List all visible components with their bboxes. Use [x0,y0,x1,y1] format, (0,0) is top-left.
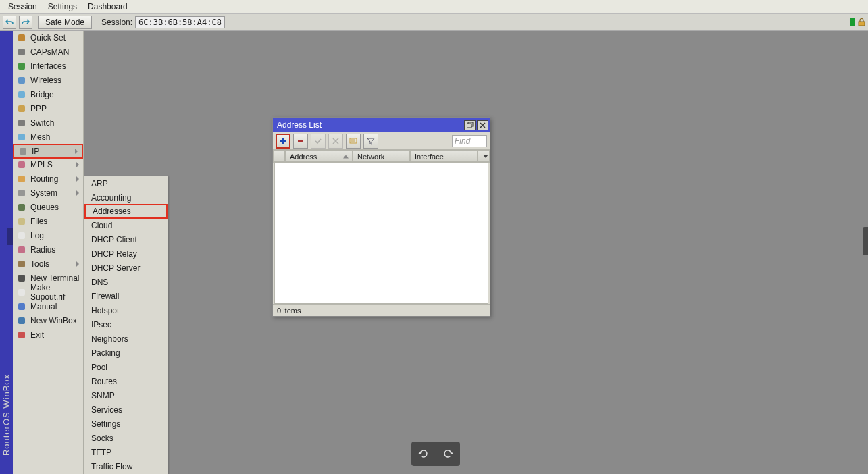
sidebar-item-routing[interactable]: Routing [13,172,83,186]
col-dropdown[interactable] [478,151,490,162]
svg-rect-14 [18,218,25,225]
address-list-window: Address List [272,117,490,317]
system-icon [17,188,26,198]
ip-submenu-socks[interactable]: Socks [84,431,168,445]
sidebar-item-exit[interactable]: Exit [13,328,83,342]
ip-submenu-pool[interactable]: Pool [84,360,168,374]
sidebar-item-make-supout[interactable]: Make Supout.rif [13,286,83,300]
table-header: Address Network Interface [273,151,490,163]
ip-submenu-snmp[interactable]: SNMP [84,388,168,402]
ip-submenu-dhcp-relay[interactable]: DHCP Relay [84,246,168,261]
rotate-ccw-icon[interactable] [417,448,430,460]
redo-button[interactable] [19,16,32,29]
sidebar-item-mesh[interactable]: Mesh [13,130,83,144]
col-network[interactable]: Network [353,151,410,162]
capsman-icon [17,47,26,57]
ip-submenu-ipsec[interactable]: IPsec [84,317,168,332]
menu-session[interactable]: Session [3,1,43,13]
ip-submenu-traffic-flow[interactable]: Traffic Flow [84,459,168,473]
remove-button[interactable] [293,134,308,149]
svg-rect-18 [18,275,25,282]
rotate-cw-icon[interactable] [442,448,454,460]
undo-button[interactable] [3,16,16,29]
col-interface[interactable]: Interface [410,151,478,162]
svg-rect-8 [18,134,25,140]
filter-button[interactable] [363,134,378,149]
ip-submenu-neighbors[interactable]: Neighbors [84,332,168,346]
sidebar-item-label: IP [32,147,39,156]
enable-button[interactable] [311,134,326,149]
sidebar-item-system[interactable]: System [13,186,83,201]
sidebar-item-log[interactable]: Log [13,229,83,243]
routing-icon [17,174,26,184]
sidebar-item-label: New Terminal [30,273,79,283]
safe-mode-button[interactable]: Safe Mode [38,16,92,29]
ip-submenu-addresses[interactable]: Addresses [84,204,168,219]
sidebar-item-ip[interactable]: IP [13,144,83,159]
sidebar-item-label: Log [30,231,44,240]
sidebar-item-quick-set[interactable]: Quick Set [13,31,83,45]
ip-submenu-dns[interactable]: DNS [84,275,168,289]
ppp-icon [17,104,26,113]
svg-rect-12 [18,190,25,196]
funnel-icon [367,137,375,145]
ip-submenu-routes[interactable]: Routes [84,374,168,388]
svg-rect-10 [18,161,25,168]
make-supout-icon [17,288,26,297]
col-flag[interactable] [273,151,285,162]
ip-submenu-cloud[interactable]: Cloud [84,218,168,232]
brand-text: RouterOS WinBox [1,374,11,456]
sidebar-item-tools[interactable]: Tools [13,257,83,271]
sidebar-item-interfaces[interactable]: Interfaces [13,59,83,74]
ip-submenu-dhcp-server[interactable]: DHCP Server [84,261,168,275]
svg-rect-0 [859,22,865,26]
svg-rect-19 [18,289,25,296]
status-text: 0 items [277,307,301,315]
find-input[interactable]: Find [452,135,487,147]
window-close-button[interactable] [477,120,488,130]
sidebar-item-label: Switch [30,118,54,128]
window-titlebar[interactable]: Address List [273,118,490,132]
svg-rect-5 [18,91,25,98]
add-button[interactable] [276,134,290,149]
window-restore-button[interactable] [464,120,476,130]
comment-button[interactable] [346,134,361,149]
sidebar-item-bridge[interactable]: Bridge [13,88,83,102]
files-icon [17,217,26,226]
toolbar-indicators [850,18,865,26]
sidebar-item-label: Radius [30,245,55,255]
ip-submenu-firewall[interactable]: Firewall [84,289,168,303]
ip-submenu-services[interactable]: Services [84,402,168,417]
brand-stripe: RouterOS WinBox [0,31,13,474]
menu-settings[interactable]: Settings [43,1,82,13]
menu-dashboard[interactable]: Dashboard [82,1,133,13]
table-body[interactable] [274,163,488,304]
ip-submenu-hotspot[interactable]: Hotspot [84,303,168,317]
sidebar-item-manual[interactable]: Manual [13,300,83,314]
session-id: 6C:3B:6B:58:A4:C8 [135,16,225,28]
col-address[interactable]: Address [285,151,353,162]
ip-submenu-accounting[interactable]: Accounting [84,190,168,205]
disable-button[interactable] [328,134,343,149]
ip-submenu-settings[interactable]: Settings [84,417,168,431]
window-toolbar: Find [273,132,490,151]
sidebar-item-ppp[interactable]: PPP [13,102,83,116]
sidebar-item-radius[interactable]: Radius [13,243,83,257]
sidebar-item-label: Tools [30,259,49,269]
sidebar-item-new-winbox[interactable]: New WinBox [13,314,83,328]
ip-submenu-packing[interactable]: Packing [84,346,168,360]
right-notch[interactable] [863,227,868,255]
sidebar-item-switch[interactable]: Switch [13,116,83,130]
svg-rect-11 [18,176,25,182]
ip-submenu-arp[interactable]: ARP [84,176,168,190]
ip-submenu-tftp[interactable]: TFTP [84,445,168,459]
ip-submenu-dhcp-client[interactable]: DHCP Client [84,232,168,246]
sidebar-item-capsman[interactable]: CAPsMAN [13,45,83,59]
sidebar-item-label: Quick Set [30,33,66,43]
svg-rect-13 [18,204,25,211]
sidebar-item-queues[interactable]: Queues [13,201,83,215]
sidebar-item-wireless[interactable]: Wireless [13,74,83,88]
sidebar-item-mpls[interactable]: MPLS [13,158,83,172]
ip-submenu: ARPAccountingAddressesCloudDHCP ClientDH… [84,176,168,474]
sidebar-item-files[interactable]: Files [13,215,83,229]
